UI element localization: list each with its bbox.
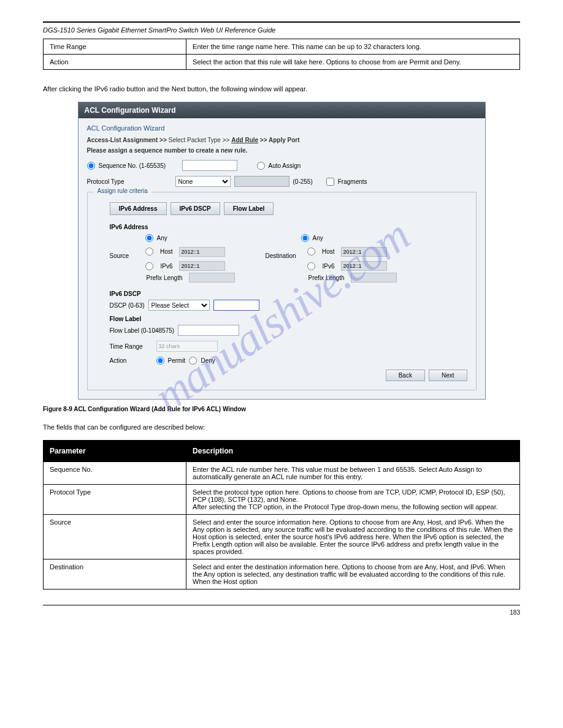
param-table-top: Time Range Enter the time range name her… bbox=[43, 39, 520, 70]
src-host-input[interactable] bbox=[179, 247, 225, 257]
flow-label-input[interactable] bbox=[178, 325, 239, 336]
dscp-heading: IPv6 DSCP bbox=[110, 290, 467, 297]
time-range-input[interactable] bbox=[156, 341, 218, 352]
back-button[interactable]: Back bbox=[386, 370, 425, 381]
fragments-label: Fragments bbox=[338, 178, 367, 185]
src-host-label: Host bbox=[157, 248, 175, 255]
crumb-b: Select Packet Type >> bbox=[169, 137, 230, 143]
fields-intro: The fields that can be configured are de… bbox=[43, 423, 520, 431]
src-host-radio[interactable] bbox=[145, 248, 153, 256]
dst-any-label: Any bbox=[313, 235, 323, 241]
permit-radio[interactable] bbox=[156, 357, 164, 365]
param-cell: Sequence No. bbox=[44, 462, 186, 485]
destination-label: Destination bbox=[266, 244, 304, 259]
fragments-checkbox[interactable] bbox=[326, 178, 334, 186]
desc-cell: Select and enter the source information … bbox=[186, 515, 520, 559]
tab-flow-label[interactable]: Flow Label bbox=[224, 202, 274, 215]
deny-radio[interactable] bbox=[189, 357, 197, 365]
dscp-label: DSCP (0-63) bbox=[110, 302, 145, 309]
auto-assign-radio[interactable] bbox=[257, 162, 265, 170]
th-param: Parameter bbox=[44, 441, 186, 462]
source-column: Any SourceHost IPv6 Prefix Length bbox=[110, 234, 235, 284]
figure-caption: Figure 8-9 ACL Configuration Wizard (Add… bbox=[43, 406, 520, 412]
crumb-a: Access-List Assignment >> bbox=[87, 137, 167, 143]
desc-cell: Select and enter the destination informa… bbox=[186, 559, 520, 590]
src-ipv6-radio[interactable] bbox=[145, 262, 153, 270]
breadcrumb: Access-List Assignment >> Select Packet … bbox=[87, 137, 477, 143]
dst-ipv6-radio[interactable] bbox=[307, 262, 315, 270]
table-row: Protocol Type Select the protocol type o… bbox=[44, 485, 520, 515]
flow-heading: Flow Label bbox=[110, 316, 467, 322]
desc-cell: Select the protocol type option here. Op… bbox=[186, 485, 520, 515]
dst-ipv6-label: IPv6 bbox=[319, 263, 337, 270]
dst-host-radio[interactable] bbox=[307, 248, 315, 256]
action-label: Action bbox=[110, 357, 153, 364]
tab-ipv6-dscp[interactable]: IPv6 DSCP bbox=[170, 202, 220, 215]
rule-criteria-fieldset: Assign rule criteria IPv6 Address IPv6 D… bbox=[87, 192, 477, 390]
fieldset-legend: Assign rule criteria bbox=[94, 188, 151, 194]
protocol-range: (0-255) bbox=[293, 178, 313, 185]
wizard-title: ACL Configuration Wizard bbox=[79, 102, 485, 118]
src-prefix-input[interactable] bbox=[189, 273, 235, 282]
flow-label-label: Flow Label (0-1048575) bbox=[110, 327, 175, 334]
param-cell: Time Range bbox=[44, 39, 186, 55]
src-prefix-label: Prefix Length bbox=[145, 275, 185, 281]
dscp-input[interactable] bbox=[213, 300, 259, 311]
src-any-radio[interactable] bbox=[145, 234, 153, 242]
source-label: Source bbox=[110, 244, 142, 259]
ipv6-address-heading: IPv6 Address bbox=[110, 224, 467, 230]
sequence-radio[interactable] bbox=[87, 162, 95, 170]
destination-column: Any DestinationHost IPv6 Prefix Length bbox=[266, 234, 397, 284]
param-cell: Protocol Type bbox=[44, 485, 186, 515]
permit-label: Permit bbox=[168, 357, 186, 364]
table-row: Destination Select and enter the destina… bbox=[44, 559, 520, 590]
intro-text: After clicking the IPv6 radio button and… bbox=[43, 85, 520, 93]
src-any-label: Any bbox=[157, 235, 167, 241]
dst-prefix-label: Prefix Length bbox=[307, 275, 347, 281]
param-cell: Destination bbox=[44, 559, 186, 590]
tab-ipv6-address[interactable]: IPv6 Address bbox=[110, 202, 167, 215]
table-row: Time Range Enter the time range name her… bbox=[44, 39, 520, 55]
protocol-select[interactable]: None bbox=[175, 176, 231, 187]
dst-ipv6-input[interactable] bbox=[341, 261, 387, 271]
dst-host-input[interactable] bbox=[341, 247, 387, 257]
page-number: 183 bbox=[510, 609, 520, 616]
acl-wizard: ACL Configuration Wizard ACL Configurati… bbox=[78, 102, 486, 400]
auto-assign-label: Auto Assign bbox=[269, 162, 301, 169]
table-row: Source Select and enter the source infor… bbox=[44, 515, 520, 559]
page-footer: 183 bbox=[43, 605, 520, 616]
protocol-label: Protocol Type bbox=[87, 178, 172, 185]
table-row: Sequence No. Enter the ACL rule number h… bbox=[44, 462, 520, 485]
wizard-section: ACL Configuration Wizard bbox=[87, 124, 477, 132]
sequence-input[interactable] bbox=[182, 160, 237, 171]
th-desc: Description bbox=[186, 441, 520, 462]
dscp-select[interactable]: Please Select bbox=[148, 300, 210, 311]
param-cell: Source bbox=[44, 515, 186, 559]
crumb-d: >> Apply Port bbox=[260, 137, 300, 143]
page-header: DGS-1510 Series Gigabit Ethernet SmartPr… bbox=[43, 21, 520, 34]
dst-prefix-input[interactable] bbox=[351, 273, 397, 282]
src-ipv6-input[interactable] bbox=[179, 261, 225, 271]
instruction-text: Please assign a sequence number to creat… bbox=[87, 147, 477, 154]
time-range-label: Time Range bbox=[110, 343, 153, 350]
src-ipv6-label: IPv6 bbox=[157, 263, 175, 270]
param-table-main: Parameter Description Sequence No. Enter… bbox=[43, 440, 520, 590]
param-cell: Action bbox=[44, 55, 186, 70]
deny-label: Deny bbox=[201, 357, 215, 364]
table-row: Action Select the action that this rule … bbox=[44, 55, 520, 70]
desc-cell: Enter the ACL rule number here. This val… bbox=[186, 462, 520, 485]
dst-host-label: Host bbox=[319, 248, 337, 255]
next-button[interactable]: Next bbox=[429, 370, 467, 381]
sequence-label: Sequence No. (1-65535) bbox=[99, 162, 178, 169]
protocol-id-input[interactable] bbox=[234, 176, 289, 187]
desc-cell: Select the action that this rule will ta… bbox=[186, 55, 520, 70]
dst-any-radio[interactable] bbox=[301, 234, 309, 242]
header-title: DGS-1510 Series Gigabit Ethernet SmartPr… bbox=[43, 26, 520, 34]
desc-cell: Enter the time range name here. This nam… bbox=[186, 39, 520, 55]
crumb-c: Add Rule bbox=[231, 137, 258, 143]
